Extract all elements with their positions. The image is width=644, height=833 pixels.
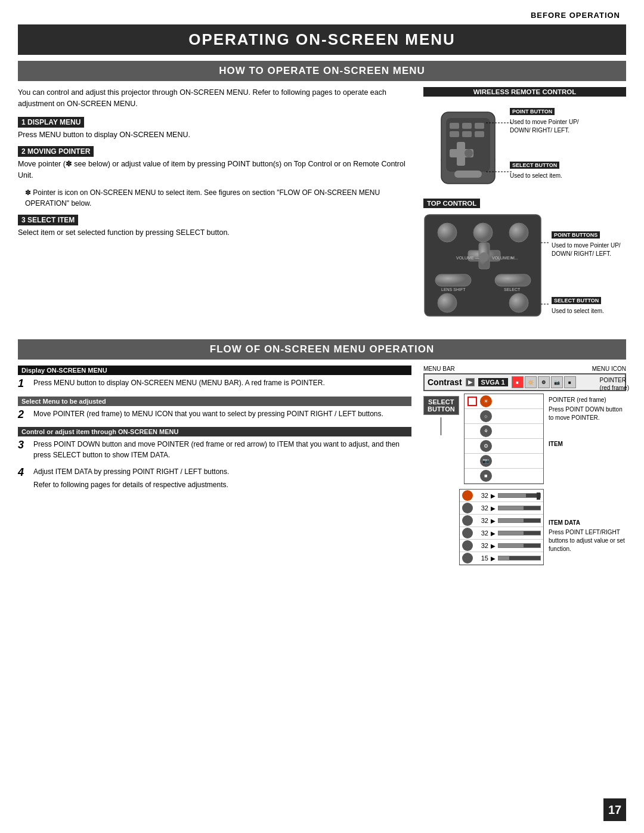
dr-icon-2 — [462, 503, 473, 513]
item-data-annotation: ITEM DATA Press POINT LEFT/RIGHT buttons… — [549, 489, 626, 565]
dr-icon-5 — [462, 540, 473, 551]
spacer — [467, 411, 477, 421]
point-buttons-label: POINT BUTTONS — [552, 231, 600, 239]
item-icon-1: ☀ — [480, 395, 492, 407]
select-btn-sublabel: BUTTON — [428, 405, 455, 413]
dr-bar-fill-1 — [499, 494, 526, 497]
step2-text: Move pointer (✽ see below) or adjust val… — [18, 159, 405, 181]
display-step-text: Press MENU button to display ON-SCREEN M… — [33, 377, 325, 388]
dr-bar-fill-3 — [499, 519, 524, 522]
flow-left-col: Display ON-SCREEN MENU 1 Press MENU butt… — [18, 366, 411, 565]
svg-point-16 — [438, 223, 457, 242]
top-control-illustration: VOLUME — VOLUME + IM... LENS SHIFT SELEC… — [423, 212, 549, 322]
menu-icon-2: 🔆 — [525, 376, 537, 388]
svg-rect-7 — [462, 131, 472, 137]
wireless-remote-section: WIRELESS REMOTE CONTROL — [423, 87, 626, 193]
svga-badge: SVGA 1 — [478, 378, 508, 386]
menu-icon-3: ⚙ — [538, 376, 550, 388]
dr-bar-2 — [498, 506, 541, 510]
main-title: OPERATING ON-SCREEN MENU — [18, 24, 626, 55]
tc-select-button-label: SELECT BUTTON — [552, 297, 601, 304]
data-row-1: 32 ▶ — [460, 490, 543, 502]
svg-rect-3 — [450, 123, 459, 129]
point-buttons-desc: Used to move Pointer UP/ DOWN/ RIGHT/ LE… — [552, 241, 629, 258]
dr-value-2: 32 — [475, 504, 488, 512]
dr-bar-fill-5 — [499, 544, 524, 547]
dr-arrow-5: ▶ — [491, 543, 496, 549]
page-header: BEFORE OPERATION — [0, 0, 644, 24]
dr-arrow-3: ▶ — [491, 518, 496, 524]
item-icon-2: ☼ — [480, 410, 492, 422]
menu-item-row-4: ⚙ — [465, 439, 543, 454]
point-buttons-annotation: POINT BUTTONS Used to move Pointer UP/ D… — [552, 230, 629, 258]
menu-item-row-2: ☼ — [465, 409, 543, 424]
flow-control-step: Control or adjust item through ON-SCREEN… — [18, 427, 411, 460]
data-rows: 32 ▶ 32 ▶ — [459, 489, 544, 565]
svg-rect-8 — [475, 131, 484, 137]
item-icon-5: 📷 — [480, 455, 492, 467]
dr-arrow-6: ▶ — [491, 555, 496, 562]
menu-icon-label: MENU ICON — [592, 366, 626, 372]
dr-bar-3 — [498, 518, 541, 523]
select-button-desc: Used to select item. — [510, 172, 593, 180]
dr-bar-5 — [498, 543, 541, 548]
pointer-sublabel: (red frame) — [600, 384, 629, 392]
dr-bar-fill-4 — [499, 531, 524, 535]
svg-point-21 — [479, 252, 489, 262]
step-number-2: 2 — [18, 408, 29, 422]
control-step-text: Press POINT DOWN button and move POINTER… — [33, 439, 411, 460]
svg-rect-5 — [475, 123, 484, 129]
svg-rect-6 — [450, 131, 459, 137]
data-row-5: 32 ▶ — [460, 540, 543, 552]
wireless-remote-label: WIRELESS REMOTE CONTROL — [423, 87, 626, 97]
step-number-3: 3 — [18, 439, 29, 452]
dr-arrow-4: ▶ — [491, 530, 496, 537]
select-button-label: SELECT BUTTON — [510, 162, 559, 169]
menu-icon-4: 📷 — [551, 376, 563, 388]
section1-left-col: You can control and adjust this projecto… — [18, 87, 411, 331]
pointer-label-area: POINTER (red frame) — [600, 376, 629, 392]
pointer-frame — [467, 397, 477, 406]
spacer2 — [467, 426, 477, 436]
pointer-desc2: Press POINT DOWN button to move POINTER. — [549, 405, 626, 422]
svg-rect-26 — [495, 274, 531, 286]
select-step-label: Select Menu to be adjusted — [18, 397, 411, 406]
intro-text: You can control and adjust this projecto… — [18, 87, 405, 110]
spacer3 — [467, 441, 477, 451]
adjust-step-text2: Refer to following pages for details of … — [33, 479, 229, 490]
svg-text:VOLUME —: VOLUME — — [456, 256, 479, 260]
page-number: 17 — [603, 798, 626, 821]
item-label: ITEM — [549, 440, 626, 448]
step1-box: 1 DISPLAY MENU Press MENU button to disp… — [18, 117, 405, 141]
step3-title: 3 SELECT ITEM — [18, 215, 78, 225]
section1-right-col: WIRELESS REMOTE CONTROL — [423, 87, 626, 331]
control-step-label: Control or adjust item through ON-SCREEN… — [18, 427, 411, 436]
menu-item-row-3: ⚘ — [465, 424, 543, 439]
svg-rect-25 — [435, 274, 471, 286]
step2-title: 2 MOVING POINTER — [18, 146, 94, 157]
svg-point-30 — [509, 293, 528, 312]
select-arrow-line — [441, 417, 441, 435]
dr-bar-6 — [498, 556, 541, 561]
select-button-annotation: SELECT BUTTON Used to select item. — [510, 160, 593, 180]
dr-arrow-1: ▶ — [491, 493, 496, 499]
dr-icon-6 — [462, 553, 473, 563]
step2-box: 2 MOVING POINTER Move pointer (✽ see bel… — [18, 146, 405, 181]
svg-point-18 — [509, 223, 528, 242]
select-btn-label: SELECT — [428, 398, 455, 405]
select-step-text: Move POINTER (red frame) to MENU ICON th… — [33, 408, 383, 419]
dr-bar-fill-2 — [499, 506, 524, 510]
pointer-label: POINTER — [600, 376, 629, 384]
item-icon-6: ■ — [480, 470, 492, 482]
data-row-6: 15 ▶ — [460, 552, 543, 565]
svg-point-11 — [465, 149, 473, 157]
data-row-4: 32 ▶ — [460, 527, 543, 540]
flow-display-step: Display ON-SCREEN MENU 1 Press MENU butt… — [18, 366, 411, 391]
select-button-area: SELECT BUTTON — [423, 394, 459, 484]
section1-header: HOW TO OPERATE ON-SCREEN MENU — [18, 61, 626, 81]
top-control-section: TOP CONTROL VOLUME — VOLUME + — [423, 199, 626, 331]
adjust-step-text: Adjust ITEM DATA by pressing POINT RIGHT… — [33, 466, 229, 477]
dr-value-5: 32 — [475, 542, 488, 549]
point-button-desc: Used to move Pointer UP/ DOWN/ RIGHT/ LE… — [510, 118, 593, 135]
svg-point-17 — [473, 223, 493, 242]
